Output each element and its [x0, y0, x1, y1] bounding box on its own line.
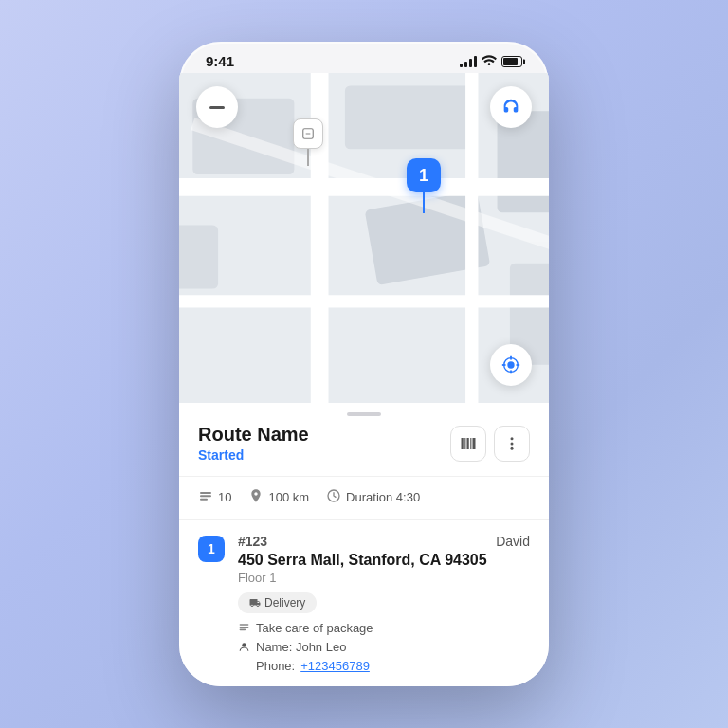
headphone-button[interactable]: [490, 86, 532, 128]
svg-rect-25: [200, 495, 211, 497]
stop-badge: 1: [198, 536, 225, 562]
svg-rect-28: [240, 624, 249, 626]
battery-icon: [501, 56, 522, 67]
svg-point-31: [242, 643, 246, 646]
distance-stat: 100 km: [248, 488, 309, 506]
svg-rect-24: [200, 492, 211, 494]
gray-pin-marker: [293, 118, 323, 166]
svg-rect-26: [200, 499, 208, 500]
map-area: 1: [179, 73, 549, 403]
more-options-button[interactable]: [494, 426, 530, 462]
status-time: 9:41: [206, 53, 234, 69]
sheet-handle-bar: [179, 403, 549, 420]
duration-value: Duration 4:30: [346, 490, 420, 504]
stop-tag: Delivery: [238, 592, 317, 613]
svg-point-21: [511, 437, 514, 440]
status-icons: [460, 54, 522, 68]
stop-note: Take care of package: [238, 621, 530, 635]
route-info: Route Name Started: [198, 424, 309, 463]
stops-count: 10: [218, 490, 231, 504]
wifi-icon: [482, 54, 497, 68]
stop-contact-name: Name: John Leo: [238, 640, 530, 654]
stop-item[interactable]: 1 #123 David 450 Serra Mall, Stanford, C…: [179, 520, 549, 686]
route-stats: 10 100 km Duration 4:30: [179, 477, 549, 520]
stop-assignee: David: [496, 534, 530, 549]
bottom-sheet: Route Name Started: [179, 403, 549, 686]
svg-rect-20: [473, 438, 476, 449]
svg-rect-19: [470, 438, 471, 449]
svg-rect-2: [345, 85, 472, 149]
stops-stat: 10: [198, 488, 231, 506]
svg-rect-16: [462, 438, 464, 449]
svg-rect-29: [240, 627, 249, 628]
route-status: Started: [198, 447, 309, 463]
svg-rect-18: [467, 438, 469, 449]
sheet-handle: [347, 412, 381, 416]
stops-icon: [198, 488, 213, 506]
stop-id: #123: [238, 534, 267, 549]
barcode-button[interactable]: [450, 426, 486, 462]
stop-top-row: #123 David: [238, 534, 530, 549]
stop-address: 450 Serra Mall, Stanford, CA 94305: [238, 552, 530, 569]
svg-point-22: [511, 443, 514, 446]
contact-phone-label: Phone:: [256, 659, 295, 673]
svg-rect-4: [179, 226, 218, 289]
svg-point-23: [511, 447, 514, 450]
duration-stat: Duration 4:30: [326, 488, 420, 506]
phone-frame: 9:41: [179, 42, 549, 686]
distance-value: 100 km: [268, 490, 309, 504]
stop-content: #123 David 450 Serra Mall, Stanford, CA …: [238, 534, 530, 673]
route-header: Route Name Started: [179, 420, 549, 477]
stop-floor: Floor 1: [238, 571, 530, 585]
blue-pin-marker: 1: [407, 158, 441, 213]
stop-note-text: Take care of package: [256, 621, 373, 635]
route-name: Route Name: [198, 424, 309, 446]
stop-list: 1 #123 David 450 Serra Mall, Stanford, C…: [179, 520, 549, 686]
signal-icon: [460, 56, 477, 67]
stop-tag-label: Delivery: [264, 596, 305, 610]
route-actions: [450, 426, 530, 462]
stop-contact-phone: Phone: +123456789: [238, 659, 530, 673]
contact-phone-number[interactable]: +123456789: [300, 659, 370, 673]
svg-rect-17: [464, 438, 465, 449]
pin-number: 1: [407, 158, 441, 192]
status-bar: 9:41: [179, 42, 549, 73]
svg-rect-7: [209, 106, 225, 109]
clock-icon: [326, 488, 341, 506]
contact-name-text: Name: John Leo: [256, 640, 346, 654]
svg-rect-30: [240, 629, 246, 631]
distance-icon: [248, 488, 264, 506]
svg-point-8: [507, 361, 514, 368]
my-location-button[interactable]: [490, 344, 532, 386]
zoom-out-button[interactable]: [196, 86, 238, 128]
